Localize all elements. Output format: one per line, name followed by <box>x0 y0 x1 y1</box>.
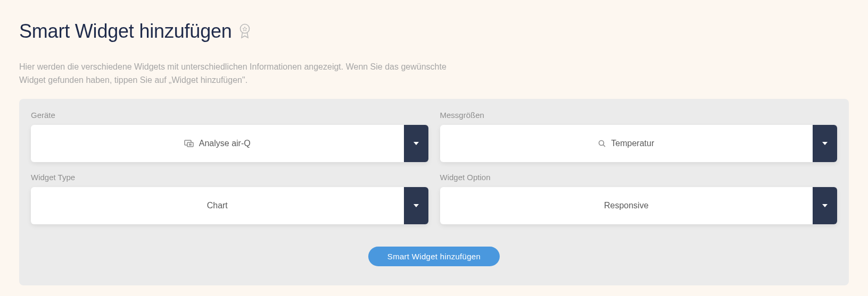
widget-type-label: Widget Type <box>31 173 428 182</box>
chevron-down-icon <box>822 204 828 207</box>
page-title: Smart Widget hinzufügen <box>19 20 232 43</box>
search-icon <box>598 140 606 147</box>
devices-select-body[interactable]: Analyse air-Q <box>31 125 404 162</box>
form-panel: Geräte Analyse air-Q <box>19 99 849 285</box>
widget-type-select-body[interactable]: Chart <box>31 187 404 224</box>
widget-option-select-body[interactable]: Responsive <box>440 187 813 224</box>
widget-option-label: Widget Option <box>440 173 838 182</box>
measurements-selected-value: Temperatur <box>611 139 654 148</box>
chevron-down-icon <box>414 142 419 145</box>
device-icon <box>184 140 194 147</box>
devices-select[interactable]: Analyse air-Q <box>31 125 428 162</box>
widget-type-field: Widget Type Chart <box>31 173 428 224</box>
chevron-down-icon <box>414 204 419 207</box>
svg-rect-2 <box>187 142 193 147</box>
devices-caret-button[interactable] <box>404 125 428 162</box>
svg-point-0 <box>240 24 249 33</box>
widget-type-selected-value: Chart <box>207 201 228 210</box>
svg-point-5 <box>599 140 604 145</box>
page-description: Hier werden die verschiedene Widgets mit… <box>19 61 456 87</box>
measurements-label: Messgrößen <box>440 111 838 120</box>
add-smart-widget-button[interactable]: Smart Widget hinzufügen <box>368 247 500 266</box>
measurements-select-body[interactable]: Temperatur <box>440 125 813 162</box>
devices-selected-value: Analyse air-Q <box>199 139 251 148</box>
devices-field: Geräte Analyse air-Q <box>31 111 428 162</box>
widget-option-field: Widget Option Responsive <box>440 173 838 224</box>
widget-type-select[interactable]: Chart <box>31 187 428 224</box>
submit-row: Smart Widget hinzufügen <box>31 247 837 266</box>
measurements-caret-button[interactable] <box>813 125 837 162</box>
measurements-field: Messgrößen Temperatur <box>440 111 838 162</box>
award-icon <box>238 23 251 39</box>
widget-option-selected-value: Responsive <box>604 201 649 210</box>
widget-option-caret-button[interactable] <box>813 187 837 224</box>
devices-label: Geräte <box>31 111 428 120</box>
widget-type-caret-button[interactable] <box>404 187 428 224</box>
chevron-down-icon <box>822 142 828 145</box>
measurements-select[interactable]: Temperatur <box>440 125 838 162</box>
widget-option-select[interactable]: Responsive <box>440 187 838 224</box>
page-header: Smart Widget hinzufügen <box>19 20 849 43</box>
svg-line-6 <box>604 145 606 147</box>
